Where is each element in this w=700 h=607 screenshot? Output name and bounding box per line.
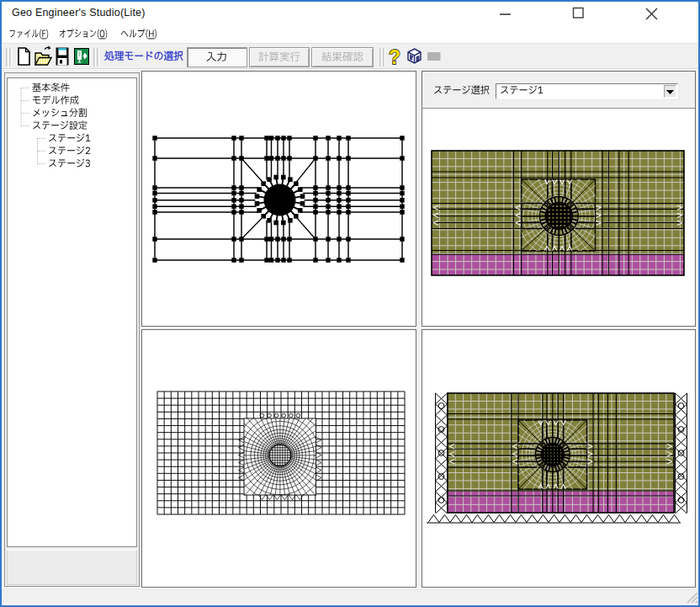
svg-text:?: ? (389, 46, 400, 68)
